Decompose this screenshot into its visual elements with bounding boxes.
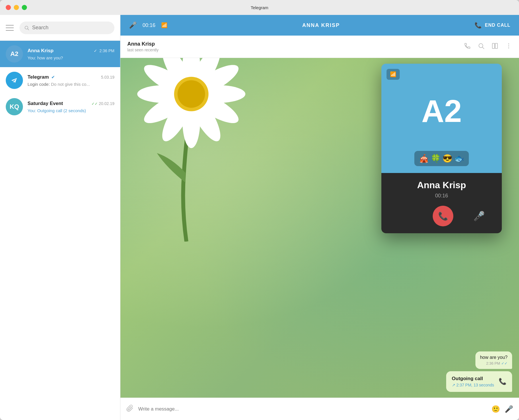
message-input[interactable]	[138, 403, 487, 415]
chat-preview-saturday: You: Outgoing call (2 seconds)	[28, 108, 114, 113]
call-widget-timer: 00:16	[435, 193, 448, 199]
svg-line-4	[483, 47, 484, 49]
chat-header-info: Anna Krisp last seen recently	[127, 41, 464, 52]
sidebar-header	[0, 15, 120, 41]
chat-area: 🎤 00:16 📶 ANNA KRISP 📞 END CALL Anna Kri…	[120, 15, 519, 420]
chat-header-actions	[464, 42, 512, 51]
chat-header-name: Anna Krisp	[127, 41, 464, 47]
svg-point-9	[508, 47, 509, 48]
chat-name-telegram: Telegram ✔	[28, 74, 55, 80]
chat-info-anna-krisp: Anna Krisp ✓ 2:36 PM You: how are you?	[28, 48, 114, 60]
chat-time-saturday: ✓✓ 20.02.19	[91, 101, 114, 106]
message-input-area: 🙂 🎤	[120, 398, 519, 420]
svg-rect-5	[492, 43, 495, 48]
call-timer: 00:16	[143, 22, 155, 28]
emoji-bar[interactable]: 🎪 🍀 😎 🐟	[414, 151, 469, 166]
chat-info-telegram: Telegram ✔ 5.03.19 Login code: Do not gi…	[28, 74, 114, 87]
emoji-4: 🐟	[454, 154, 464, 163]
verified-badge: ✔	[51, 75, 55, 79]
double-check-icon: ✓✓	[91, 102, 98, 106]
emoji-3: 😎	[442, 154, 452, 163]
avatar-saturday-event: KQ	[6, 98, 23, 115]
svg-line-1	[28, 29, 29, 30]
chat-time: ✓ 2:36 PM	[94, 48, 114, 53]
chat-item-telegram[interactable]: Telegram ✔ 5.03.19 Login code: Do not gi…	[0, 67, 120, 94]
end-call-phone-icon: 📞	[438, 211, 448, 221]
svg-rect-6	[495, 43, 497, 48]
chat-preview: You: how are you?	[28, 55, 114, 60]
chat-header: Anna Krisp last seen recently	[120, 36, 519, 58]
phone-end-icon: 📞	[475, 22, 482, 29]
more-options-icon[interactable]	[505, 42, 512, 51]
voice-message-icon[interactable]: 🎤	[505, 405, 513, 413]
chat-preview-telegram: Login code: Do not give this co...	[28, 82, 114, 87]
chat-name-row-telegram: Telegram ✔ 5.03.19	[28, 74, 114, 80]
telegram-plane-icon	[9, 75, 19, 85]
avatar-anna-krisp: A2	[6, 45, 23, 63]
svg-point-7	[508, 43, 509, 44]
window-controls	[6, 5, 27, 10]
chat-info-saturday-event: Saturday Event ✓✓ 20.02.19 You: Outgoing…	[28, 101, 114, 113]
call-contact-name: ANNA KRISP	[173, 22, 469, 28]
emoji-picker-icon[interactable]: 🙂	[491, 405, 500, 413]
end-call-circle-button[interactable]: 📞	[433, 206, 453, 226]
chat-background: 📶 A2 🎪 🍀 😎 🐟 Anna Krisp 00:	[120, 58, 519, 398]
chat-name-row: Anna Krisp ✓ 2:36 PM	[28, 48, 114, 54]
call-signal-icon: 📶	[161, 22, 167, 28]
attach-icon[interactable]	[126, 405, 134, 414]
signal-strength-icon: 📶	[387, 69, 400, 80]
call-widget-controls: 📞 🎤	[388, 206, 495, 226]
call-banner: 🎤 00:16 📶 ANNA KRISP 📞 END CALL	[120, 15, 519, 36]
chat-name-saturday: Saturday Event	[28, 101, 63, 106]
svg-point-8	[508, 45, 509, 46]
phone-icon[interactable]	[464, 42, 471, 51]
call-widget: 📶 A2 🎪 🍀 😎 🐟 Anna Krisp 00:	[381, 64, 502, 233]
end-call-button[interactable]: 📞 END CALL	[475, 22, 510, 29]
daisy-image	[120, 58, 261, 242]
main-content: A2 Anna Krisp ✓ 2:36 PM You: how are you…	[0, 15, 519, 420]
close-button[interactable]	[6, 5, 11, 10]
svg-point-2	[9, 75, 19, 85]
mute-microphone-icon[interactable]: 🎤	[473, 211, 485, 221]
title-bar: Telegram	[0, 0, 519, 15]
search-header-icon[interactable]	[478, 42, 485, 51]
menu-icon[interactable]	[6, 25, 14, 31]
emoji-2: 🍀	[431, 154, 441, 163]
maximize-button[interactable]	[22, 5, 27, 10]
search-icon	[24, 25, 29, 30]
svg-point-23	[177, 80, 205, 108]
layout-icon[interactable]	[491, 42, 498, 51]
chat-name-row-saturday: Saturday Event ✓✓ 20.02.19	[28, 101, 114, 106]
call-widget-top: 📶 A2 🎪 🍀 😎 🐟	[381, 64, 502, 173]
app-title: Telegram	[251, 5, 268, 10]
search-input[interactable]	[32, 25, 110, 31]
call-avatar: A2	[410, 79, 473, 142]
search-box[interactable]	[19, 22, 114, 34]
minimize-button[interactable]	[14, 5, 19, 10]
chat-time-telegram: 5.03.19	[101, 75, 114, 79]
check-mark: ✓	[94, 48, 97, 53]
emoji-1: 🎪	[419, 154, 429, 163]
app-window: Telegram A2	[0, 0, 519, 420]
call-mic-icon: 🎤	[129, 22, 137, 29]
avatar-telegram	[6, 72, 23, 89]
call-widget-name: Anna Krisp	[417, 180, 466, 190]
chat-item-anna-krisp[interactable]: A2 Anna Krisp ✓ 2:36 PM You: how are you…	[0, 41, 120, 67]
svg-point-3	[479, 44, 483, 48]
chat-name: Anna Krisp	[28, 48, 54, 54]
chat-item-saturday-event[interactable]: KQ Saturday Event ✓✓ 20.02.19 You: Outgo…	[0, 94, 120, 120]
call-widget-bottom: Anna Krisp 00:16 📞 🎤	[381, 173, 502, 233]
sidebar: A2 Anna Krisp ✓ 2:36 PM You: how are you…	[0, 15, 120, 420]
chat-header-status: last seen recently	[127, 48, 464, 52]
